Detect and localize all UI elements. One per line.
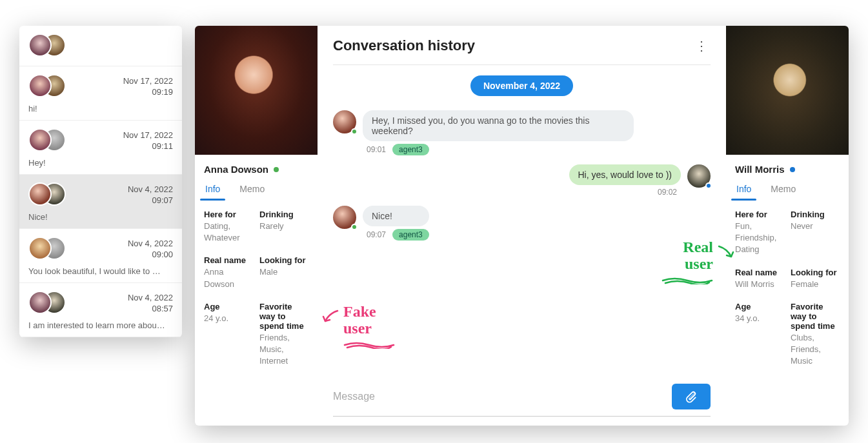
conversation-preview: You look beautiful, I would like to …: [28, 266, 173, 276]
conversation-datetime: Nov 4, 2022 09:07: [128, 184, 173, 206]
avatar-icon: [28, 182, 52, 206]
agent-tag: agent3: [392, 229, 429, 241]
agent-tag: agent3: [392, 144, 429, 155]
conversation-preview: Nice!: [28, 212, 173, 222]
avatar-icon: [28, 74, 52, 97]
avatar-icon: [28, 291, 52, 314]
message-left: Hey, I missed you, do you wanna go to th…: [333, 110, 711, 155]
conversation-item[interactable]: [19, 26, 182, 66]
paperclip-icon: [684, 389, 698, 404]
chat-area: Conversation history ⋮ November 4, 2022 …: [318, 26, 726, 426]
message-composer: [333, 381, 711, 417]
avatar-icon: [28, 237, 52, 260]
avatar-icon: [28, 128, 52, 152]
message-bubble: Nice!: [363, 206, 429, 226]
status-online-icon: [705, 182, 712, 189]
avatar-icon: [333, 110, 356, 133]
profile-photo: [726, 26, 849, 155]
attach-button[interactable]: [672, 384, 711, 409]
status-online-icon: [351, 224, 358, 230]
real-user-profile: Will Morris Info Memo Here forFun, Frien…: [726, 26, 849, 426]
profile-info-grid: Here forDating, Whatever DrinkingRarely …: [204, 210, 308, 367]
message-time: 09:02: [658, 188, 677, 197]
conversation-item[interactable]: Nov 4, 2022 09:00 You look beautiful, I …: [19, 229, 182, 283]
conversation-datetime: Nov 4, 2022 08:57: [128, 293, 173, 315]
conversation-item-selected[interactable]: Nov 4, 2022 09:07 Nice!: [19, 175, 182, 229]
status-online-icon: [790, 167, 795, 172]
conversation-item[interactable]: Nov 4, 2022 08:57 I am interested to lea…: [19, 283, 182, 337]
status-online-icon: [351, 128, 358, 135]
profile-name: Will Morris: [735, 164, 840, 175]
conversation-item[interactable]: Nov 17, 2022 09:19 hi!: [19, 66, 182, 121]
profile-tabs: Info Memo: [204, 181, 308, 201]
status-online-icon: [274, 167, 279, 172]
profile-info-grid: Here forFun, Friendship, Dating Drinking…: [735, 210, 840, 367]
date-separator: November 4, 2022: [470, 75, 573, 96]
fake-user-profile: Anna Dowson Info Memo Here forDating, Wh…: [195, 26, 318, 426]
tab-memo[interactable]: Memo: [238, 181, 266, 201]
tab-info[interactable]: Info: [204, 181, 221, 201]
conversation-preview: I am interested to learn more abou…: [28, 320, 173, 330]
avatar-pair: [28, 237, 68, 262]
avatar-pair: [28, 128, 68, 154]
app-root: Nov 17, 2022 09:19 hi! Nov 17, 2022 09:1…: [19, 26, 849, 426]
conversation-item[interactable]: Nov 17, 2022 09:11 Hey!: [19, 121, 182, 175]
message-time: 09:01: [367, 145, 386, 154]
profile-name: Anna Dowson: [204, 164, 308, 175]
message-time: 09:07: [367, 230, 386, 239]
message-bubble: Hi, yes, would love to )): [569, 164, 681, 185]
message-input[interactable]: [333, 391, 663, 402]
profile-photo: [195, 26, 318, 155]
conversation-datetime: Nov 4, 2022 09:00: [128, 239, 173, 261]
message-bubble: Hey, I missed you, do you wanna go to th…: [363, 110, 634, 141]
conversation-list: Nov 17, 2022 09:19 hi! Nov 17, 2022 09:1…: [19, 26, 182, 337]
avatar-icon: [333, 206, 356, 229]
avatar-pair: [28, 182, 68, 208]
conversation-datetime: Nov 17, 2022 09:19: [123, 76, 173, 98]
profile-tabs: Info Memo: [735, 181, 840, 201]
more-options-icon[interactable]: ⋮: [692, 38, 711, 54]
conversation-datetime: Nov 17, 2022 09:11: [123, 130, 173, 152]
main-panel: Anna Dowson Info Memo Here forDating, Wh…: [195, 26, 849, 426]
message-right: Hi, yes, would love to )) 09:02: [333, 164, 711, 197]
conversation-preview: hi!: [28, 104, 173, 113]
avatar-icon: [687, 164, 711, 188]
avatar-pair: [28, 74, 68, 100]
avatar-icon: [28, 34, 52, 57]
message-left: Nice! 09:07 agent3: [333, 206, 711, 241]
tab-memo[interactable]: Memo: [769, 181, 797, 201]
conversation-preview: Hey!: [28, 158, 173, 168]
avatar-pair: [28, 34, 68, 59]
tab-info[interactable]: Info: [735, 181, 752, 201]
chat-title: Conversation history: [333, 37, 475, 54]
avatar-pair: [28, 291, 68, 317]
